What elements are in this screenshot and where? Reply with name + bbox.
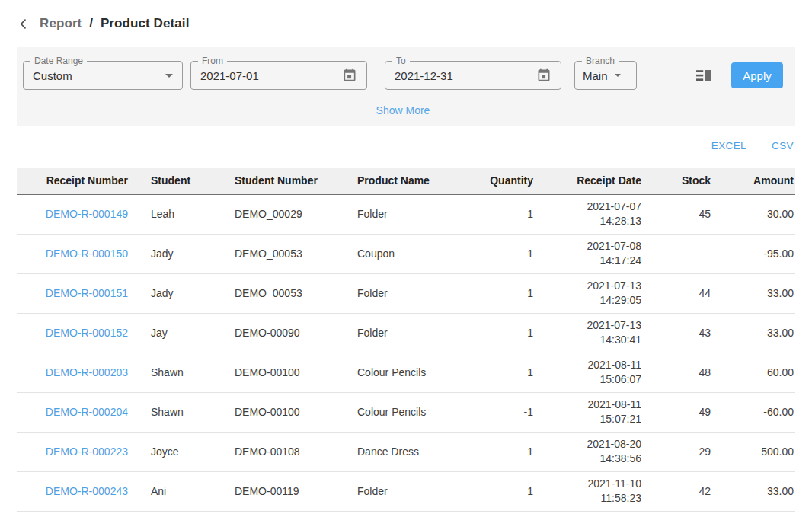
table-row: DEMO-R-000243 Ani DEMO-00119 Folder 1 20…: [17, 471, 795, 511]
receipt-number-link[interactable]: DEMO-R-000223: [46, 445, 128, 458]
receipt-number-link[interactable]: DEMO-R-000152: [46, 327, 128, 339]
export-toolbar: EXCEL CSV: [0, 126, 812, 168]
receipt-date-cell: 2021-08-1115:06:07: [533, 353, 641, 392]
student-number-cell: DEMO_00053: [219, 273, 341, 313]
student-number-cell: DEMO-00100: [219, 392, 341, 432]
table-row: DEMO-R-000223 Joyce DEMO-00108 Dance Dre…: [17, 432, 795, 471]
col-header-student: Student: [136, 168, 219, 194]
receipt-date-cell: 2021-08-1115:07:21: [533, 392, 641, 432]
student-cell: Jady: [136, 273, 219, 313]
amount-cell: -95.00: [711, 234, 795, 273]
student-number-cell: DEMO-00100: [219, 353, 341, 392]
table-row: DEMO-R-000149 Leah DEMO_00029 Folder 1 2…: [17, 194, 795, 234]
quantity-cell: -1: [463, 392, 533, 432]
quantity-cell: 1: [463, 273, 533, 313]
student-cell: Shawn: [136, 353, 219, 392]
receipt-number-link[interactable]: DEMO-R-000203: [46, 366, 128, 378]
branch-value: Main: [583, 69, 608, 82]
calendar-icon[interactable]: [536, 68, 551, 83]
stock-cell: 44: [641, 273, 711, 313]
export-excel-link[interactable]: EXCEL: [711, 140, 746, 152]
amount-cell: 60.00: [711, 353, 795, 392]
col-header-amount: Amount: [711, 168, 795, 194]
chevron-down-icon: [165, 74, 173, 78]
export-csv-link[interactable]: CSV: [772, 140, 794, 152]
receipt-number-link[interactable]: DEMO-R-000243: [46, 485, 128, 497]
quantity-cell: 1: [463, 432, 533, 471]
filter-bar: Date Range Custom From 2021-07-01 To 202…: [17, 47, 795, 126]
product-name-cell: Coupon: [341, 234, 463, 273]
product-name-cell: Folder: [341, 313, 463, 353]
amount-cell: 500.00: [711, 432, 795, 471]
date-range-value: Custom: [33, 69, 72, 82]
amount-cell: -60.00: [711, 392, 795, 432]
date-range-select[interactable]: Date Range Custom: [23, 61, 183, 90]
product-detail-table: Receipt Number Student Student Number Pr…: [17, 168, 795, 512]
amount-cell: 33.00: [711, 273, 795, 313]
table-row: DEMO-R-000152 Jay DEMO-00090 Folder 1 20…: [17, 313, 795, 353]
stock-cell: [641, 234, 711, 273]
back-button[interactable]: [17, 18, 30, 30]
student-cell: Leah: [136, 194, 219, 234]
product-name-cell: Colour Pencils: [341, 353, 463, 392]
col-header-stock: Stock: [641, 168, 711, 194]
student-cell: Ani: [136, 471, 219, 511]
amount-cell: 30.00: [711, 194, 795, 234]
to-label: To: [392, 56, 410, 66]
col-header-student-number: Student Number: [219, 168, 341, 194]
col-header-receipt-number: Receipt Number: [17, 168, 136, 194]
col-header-receipt-date: Receipt Date: [533, 168, 641, 194]
student-number-cell: DEMO_00029: [219, 194, 341, 234]
stock-cell: 42: [641, 471, 711, 511]
stock-cell: 43: [641, 313, 711, 353]
table-row: DEMO-R-000150 Jady DEMO_00053 Coupon 1 2…: [17, 234, 795, 273]
table-row: DEMO-R-000151 Jady DEMO_00053 Folder 1 2…: [17, 273, 795, 313]
chevron-left-icon: [17, 18, 30, 30]
receipt-number-link[interactable]: DEMO-R-000204: [46, 406, 128, 418]
receipt-date-cell: 2021-08-2014:38:56: [533, 432, 641, 471]
amount-cell: 33.00: [711, 313, 795, 353]
receipt-date-cell: 2021-11-1011:58:23: [533, 471, 641, 511]
quantity-cell: 1: [463, 353, 533, 392]
col-header-quantity: Quantity: [463, 168, 533, 194]
student-number-cell: DEMO-00090: [219, 313, 341, 353]
branch-label: Branch: [582, 56, 619, 66]
amount-cell: 33.00: [711, 471, 795, 511]
col-header-product-name: Product Name: [341, 168, 463, 194]
breadcrumb-parent[interactable]: Report: [40, 16, 82, 30]
student-cell: Shawn: [136, 392, 219, 432]
to-date-field[interactable]: To 2021-12-31: [385, 61, 561, 90]
to-value: 2021-12-31: [395, 69, 453, 82]
student-number-cell: DEMO-00119: [219, 471, 341, 511]
from-label: From: [198, 56, 227, 66]
receipt-date-cell: 2021-07-0714:28:13: [533, 194, 641, 234]
product-name-cell: Colour Pencils: [341, 392, 463, 432]
table-header-row: Receipt Number Student Student Number Pr…: [17, 168, 795, 194]
calendar-icon[interactable]: [342, 68, 357, 83]
from-date-field[interactable]: From 2021-07-01: [190, 61, 367, 90]
table-row: DEMO-R-000203 Shawn DEMO-00100 Colour Pe…: [17, 353, 795, 392]
stock-cell: 48: [641, 353, 711, 392]
receipt-number-link[interactable]: DEMO-R-000151: [46, 287, 128, 299]
show-more-link[interactable]: Show More: [376, 104, 430, 117]
receipt-number-link[interactable]: DEMO-R-000150: [46, 247, 128, 260]
stock-cell: 45: [641, 194, 711, 234]
chevron-down-icon: [615, 74, 621, 77]
product-name-cell: Folder: [341, 273, 463, 313]
breadcrumb-separator: /: [89, 16, 93, 30]
from-value: 2021-07-01: [200, 69, 259, 82]
table-row: DEMO-R-000204 Shawn DEMO-00100 Colour Pe…: [17, 392, 795, 432]
stock-cell: 29: [641, 432, 711, 471]
student-number-cell: DEMO_00053: [219, 234, 341, 273]
apply-button[interactable]: Apply: [731, 62, 783, 88]
column-settings-button[interactable]: [695, 68, 712, 83]
quantity-cell: 1: [463, 194, 533, 234]
receipt-number-link[interactable]: DEMO-R-000149: [46, 208, 128, 220]
student-cell: Joyce: [136, 432, 219, 471]
product-name-cell: Folder: [341, 471, 463, 511]
branch-select[interactable]: Branch Main: [574, 61, 637, 90]
receipt-date-cell: 2021-07-1314:29:05: [533, 273, 641, 313]
product-name-cell: Folder: [341, 194, 463, 234]
student-number-cell: DEMO-00108: [219, 432, 341, 471]
page-title: Product Detail: [101, 16, 190, 30]
